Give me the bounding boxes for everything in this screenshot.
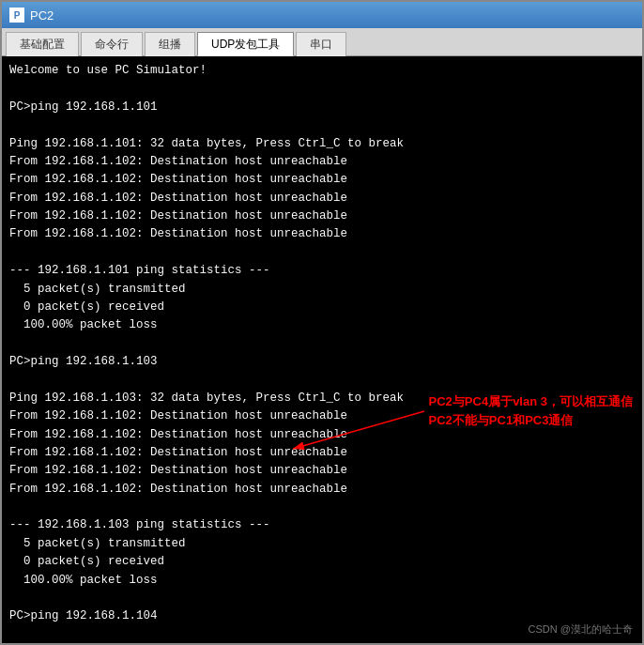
tab-3[interactable]: UDP发包工具: [197, 32, 294, 56]
window-title: PC2: [30, 8, 54, 23]
terminal-content: Welcome to use PC Simulator! PC>ping 192…: [9, 62, 635, 643]
title-bar: P PC2: [2, 2, 642, 28]
tab-1[interactable]: 命令行: [81, 32, 143, 56]
tab-0[interactable]: 基础配置: [6, 32, 79, 56]
terminal-area[interactable]: Welcome to use PC Simulator! PC>ping 192…: [2, 56, 642, 643]
main-window: P PC2 基础配置命令行组播UDP发包工具串口 Welcome to use …: [0, 0, 644, 645]
window-icon: P: [9, 8, 24, 23]
watermark: CSDN @漠北的哈士奇: [529, 622, 633, 637]
tab-bar: 基础配置命令行组播UDP发包工具串口: [2, 28, 642, 56]
tab-4[interactable]: 串口: [296, 32, 346, 56]
tab-2[interactable]: 组播: [145, 32, 195, 56]
